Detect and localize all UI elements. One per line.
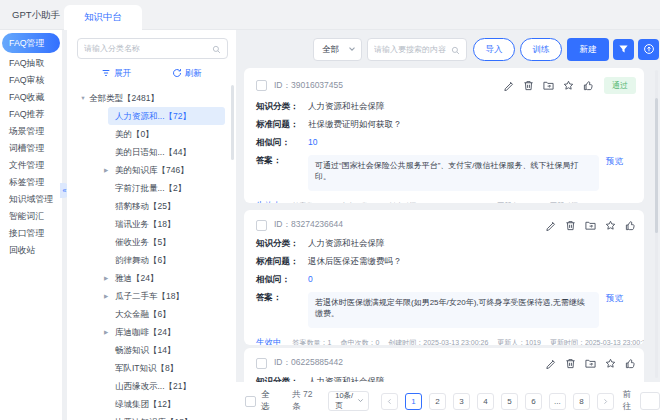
sidebar-item-faq-recommend[interactable]: FAQ推荐 [0, 106, 62, 123]
card-actions [545, 358, 636, 369]
caret-down-icon[interactable]: ▼ [78, 89, 88, 107]
delete-icon[interactable] [565, 358, 576, 369]
page-button[interactable]: 4 [477, 393, 494, 410]
page-button[interactable]: 6 [525, 393, 542, 410]
tree-node[interactable]: 绿城集团【12】 [67, 395, 236, 413]
tree-node[interactable]: 军队IT知识【8】 [67, 359, 236, 377]
scope-select[interactable]: 全部 [313, 38, 362, 61]
goto-page-input[interactable] [640, 392, 660, 410]
sidebar-item-faq-review[interactable]: FAQ审核 [0, 72, 62, 89]
row-checkbox[interactable] [256, 358, 267, 369]
move-folder-icon[interactable] [585, 220, 596, 231]
tree-node[interactable]: 瑞讯业务【18】 [67, 215, 236, 233]
delete-icon[interactable] [565, 220, 576, 231]
move-folder-icon[interactable] [543, 80, 554, 91]
favorite-star-icon[interactable] [605, 358, 616, 369]
thumbs-up-icon[interactable] [625, 358, 636, 369]
expand-all-button[interactable]: 展开 [101, 68, 131, 80]
page-button[interactable]: 3 [453, 393, 470, 410]
sidebar-item-tag-manage[interactable]: 标签管理 [0, 174, 62, 191]
tree-node[interactable]: ▶瓜子二手车【18】 [67, 287, 236, 305]
create-button[interactable]: 新建 [567, 38, 609, 61]
edit-icon[interactable] [545, 358, 556, 369]
edit-icon[interactable] [503, 80, 514, 91]
tab-gpt-assistant[interactable]: GPT小助手 [12, 0, 60, 30]
sidebar-item-faq-favorite[interactable]: FAQ收藏 [0, 89, 62, 106]
sidebar-item-smart-vocab[interactable]: 智能词汇 [0, 208, 62, 225]
tree-node-all-types[interactable]: ▼全部类型【2481】 [67, 89, 236, 107]
expand-all-icon [101, 68, 111, 80]
caret-right-icon[interactable]: ▶ [101, 413, 111, 420]
sidebar-item-file-manage[interactable]: 文件管理 [0, 157, 62, 174]
prev-page-icon[interactable] [381, 393, 398, 410]
tree-scrollbar[interactable] [231, 85, 234, 160]
import-button[interactable]: 导入 [473, 38, 515, 61]
thumbs-up-icon[interactable] [583, 80, 594, 91]
sidebar-item-api-manage[interactable]: 接口管理 [0, 225, 62, 242]
page-button[interactable]: 1 [405, 393, 422, 410]
tree-node[interactable]: 美的【0】 [67, 125, 236, 143]
preview-link[interactable]: 预览 [606, 155, 632, 191]
similar-label: 相似问： [256, 274, 308, 285]
sidebar-item-recycle-bin[interactable]: 回收站 [0, 242, 62, 259]
move-folder-icon[interactable] [585, 358, 596, 369]
similar-count[interactable]: 10 [308, 137, 317, 148]
caret-right-icon[interactable]: ▶ [101, 161, 111, 179]
tree-node[interactable]: 美的日语知...【44】 [67, 143, 236, 161]
hit-count: 命中次数：0 [340, 338, 379, 345]
content-search-input[interactable] [374, 45, 451, 54]
preview-link[interactable]: 预览 [606, 292, 632, 328]
similar-count[interactable]: 0 [308, 274, 313, 285]
refresh-button[interactable]: 刷新 [172, 68, 202, 80]
effective-status[interactable]: 生效中 [256, 337, 282, 345]
faq-card: ID：83274236644 知识分类：人力资源和社会保障 标准问题：退休后医保… [244, 210, 644, 345]
category-search-input[interactable] [84, 44, 212, 53]
updater: 更新人：1019 [497, 201, 541, 203]
sidebar-item-faq-manage[interactable]: FAQ管理 [2, 33, 60, 53]
tree-node[interactable]: 山西缘改示...【21】 [67, 377, 236, 395]
caret-right-icon[interactable]: ▶ [101, 323, 111, 341]
tree-node[interactable]: 催收业务【5】 [67, 233, 236, 251]
favorite-star-icon[interactable] [563, 80, 574, 91]
page-size-select[interactable]: 10条/页 [328, 391, 369, 411]
tab-knowledge-center[interactable]: 知识中台 [64, 5, 142, 30]
tree-node[interactable]: 猎豹移动【25】 [67, 197, 236, 215]
total-count: 共 72 条 [292, 389, 316, 413]
sidebar-item-scene-manage[interactable]: 场景管理 [0, 123, 62, 140]
tree-node[interactable]: 字前汀批量...【2】 [67, 179, 236, 197]
tree-node[interactable]: 韵律舞动【6】 [67, 251, 236, 269]
more-pages-button[interactable]: ... [549, 393, 566, 410]
favorite-star-icon[interactable] [605, 220, 616, 231]
sidebar-item-faq-extract[interactable]: FAQ抽取 [0, 55, 62, 72]
tree-node[interactable]: ▶美的知识库【746】 [67, 161, 236, 179]
caret-right-icon[interactable]: ▶ [101, 287, 111, 305]
scrollbar-thumb[interactable] [655, 98, 658, 233]
tree-node[interactable]: ▶库迪咖啡【24】 [67, 323, 236, 341]
create-time: 创建时间：2025-03-13 23:00:26 [388, 338, 488, 345]
filter-button[interactable] [613, 39, 634, 60]
card-header: ID：39016037455 通过 [244, 68, 644, 94]
page-button[interactable]: 5 [501, 393, 518, 410]
page-button[interactable]: 2 [429, 393, 446, 410]
tree-node[interactable]: ▶雅迪【24】 [67, 269, 236, 287]
row-checkbox[interactable] [256, 80, 267, 91]
select-all-checkbox[interactable] [245, 396, 256, 407]
top-tab-bar: GPT小助手 知识中台 [0, 0, 660, 30]
tree-node-hr-social-selected[interactable]: 人力资源和...【72】 [108, 107, 225, 125]
sidebar-item-slot-manage[interactable]: 词槽管理 [0, 140, 62, 157]
page-button[interactable]: 8 [573, 393, 590, 410]
tree-node[interactable]: 畅游知识【14】 [67, 341, 236, 359]
sidebar-item-domain-manage[interactable]: 知识域管理 [0, 191, 62, 208]
train-button[interactable]: 训练 [520, 38, 562, 61]
thumbs-up-icon[interactable] [625, 220, 636, 231]
effective-status[interactable]: 生效中 [256, 200, 282, 203]
caret-right-icon[interactable]: ▶ [101, 269, 111, 287]
next-page-icon[interactable] [597, 393, 614, 410]
tree-node[interactable]: ▶比亚迪知识库【18】 [67, 413, 236, 420]
edit-icon[interactable] [545, 220, 556, 231]
export-button[interactable] [638, 39, 659, 60]
updater: 更新人：1019 [497, 338, 541, 345]
delete-icon[interactable] [523, 80, 534, 91]
tree-node[interactable]: 大众金融【6】 [67, 305, 236, 323]
row-checkbox[interactable] [256, 220, 267, 231]
